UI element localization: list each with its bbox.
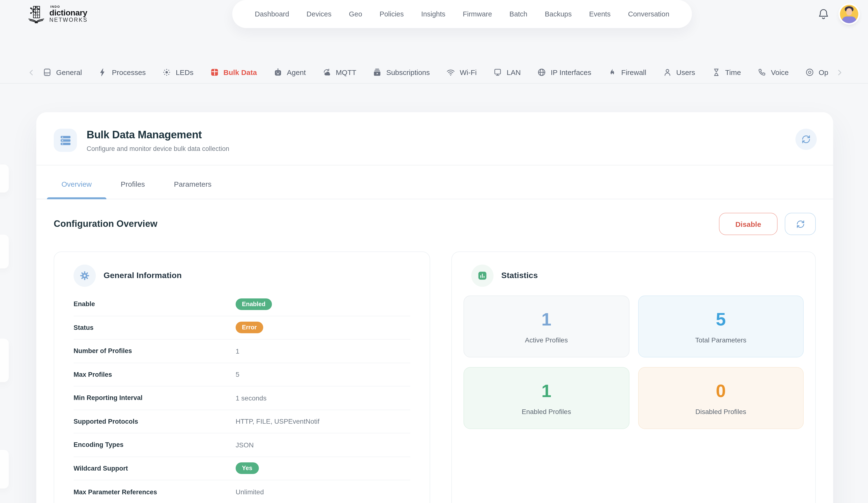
statistics-panel: Statistics 1 Active Profiles 5 Total Par… — [452, 251, 816, 503]
stat-box-enabled-profiles: 1 Enabled Profiles — [464, 367, 629, 429]
info-row-label: Max Profiles — [74, 371, 236, 378]
info-row-value: Enabled — [236, 298, 272, 310]
tab-leds[interactable]: LEDs — [162, 61, 193, 83]
brand-logo[interactable]: INDO dictionary NETWORKS — [27, 3, 88, 25]
topnav-item-geo[interactable]: Geo — [349, 10, 362, 18]
chevron-right-icon[interactable] — [835, 68, 844, 77]
subtab-overview[interactable]: Overview — [47, 165, 106, 199]
gear-icon — [74, 264, 96, 287]
status-badge: Yes — [236, 463, 259, 474]
tab-users[interactable]: Users — [663, 61, 695, 83]
status-badge: Enabled — [236, 298, 272, 310]
brand-line-indo: INDO — [50, 5, 88, 8]
notifications-bell-icon[interactable] — [818, 8, 829, 20]
info-row-label: Number of Profiles — [74, 347, 236, 355]
bolt-icon — [99, 68, 108, 77]
topnav-item-insights[interactable]: Insights — [421, 10, 445, 18]
hourglass-icon — [712, 68, 721, 77]
tab-time[interactable]: Time — [712, 61, 741, 83]
info-row: Max Parameter References Unlimited — [74, 480, 410, 503]
app-viewport: INDO dictionary NETWORKS DashboardDevice… — [0, 0, 868, 503]
cloud-sync-icon — [322, 68, 331, 77]
logo-book-network-icon — [27, 3, 46, 25]
tab-general[interactable]: General — [43, 61, 82, 83]
device-icon — [43, 68, 52, 77]
section-head: Configuration Overview Disable — [36, 199, 833, 235]
flame-icon — [608, 68, 617, 77]
tab-subscriptions[interactable]: Subscriptions — [373, 61, 430, 83]
tab-processes[interactable]: Processes — [99, 61, 146, 83]
stat-label: Total Parameters — [695, 336, 746, 344]
info-row: Status Error — [74, 316, 410, 339]
panels: General Information Enable Enabled Statu… — [36, 235, 833, 503]
stat-label: Enabled Profiles — [522, 408, 571, 415]
statistics-title: Statistics — [501, 271, 538, 281]
info-row: Encoding Types JSON — [74, 433, 410, 457]
refresh-icon — [801, 135, 811, 144]
topnav-item-devices[interactable]: Devices — [307, 10, 331, 18]
brand-line-dictionary: dictionary — [49, 9, 88, 17]
info-row-value: 1 — [236, 347, 239, 355]
topnav-item-firmware[interactable]: Firmware — [463, 10, 492, 18]
chevron-left-icon[interactable] — [27, 68, 36, 77]
card-refresh-button[interactable] — [795, 129, 817, 150]
topnav-item-policies[interactable]: Policies — [380, 10, 404, 18]
info-row: Wildcard Support Yes — [74, 457, 410, 480]
stat-box-active-profiles: 1 Active Profiles — [464, 295, 629, 357]
disable-button[interactable]: Disable — [719, 213, 777, 235]
stat-value: 0 — [716, 381, 726, 401]
edge-decoration — [0, 450, 9, 489]
general-information-title: General Information — [104, 271, 182, 281]
edge-decoration — [0, 338, 9, 382]
info-row: Number of Profiles 1 — [74, 339, 410, 363]
topnav-item-conversation[interactable]: Conversation — [628, 10, 669, 18]
subtabs: OverviewProfilesParameters — [36, 165, 833, 199]
topnav-item-events[interactable]: Events — [589, 10, 611, 18]
section-refresh-button[interactable] — [785, 213, 816, 235]
info-row-label: Max Parameter References — [74, 489, 236, 496]
section-title: Configuration Overview — [54, 219, 157, 229]
phone-icon — [757, 68, 767, 77]
tab-wi-fi[interactable]: Wi-Fi — [446, 61, 477, 83]
wifi-icon — [446, 68, 456, 77]
page-subtitle: Configure and monitor device bulk data c… — [86, 145, 229, 153]
tab-mqtt[interactable]: MQTT — [322, 61, 356, 83]
tab-voice[interactable]: Voice — [757, 61, 789, 83]
user-icon — [663, 68, 672, 77]
tab-lan[interactable]: LAN — [493, 61, 520, 83]
tab-ip-interfaces[interactable]: IP Interfaces — [537, 61, 591, 83]
topbar-right — [818, 0, 858, 28]
general-information-table: Enable Enabled Status Error Number of Pr… — [74, 293, 410, 503]
info-row: Min Reporting Interval 1 seconds — [74, 386, 410, 410]
info-row-value: 1 seconds — [236, 394, 267, 402]
monitor-icon — [493, 68, 502, 77]
tab-bulk-data[interactable]: Bulk Data — [210, 61, 257, 83]
tab-op[interactable]: Op — [805, 61, 828, 83]
user-avatar[interactable] — [840, 5, 858, 23]
bulk-data-card: Bulk Data Management Configure and monit… — [36, 112, 833, 503]
info-row-value: HTTP, FILE, USPEventNotif — [236, 418, 320, 426]
stat-label: Active Profiles — [525, 336, 568, 344]
tab-firewall[interactable]: Firewall — [608, 61, 646, 83]
topnav-item-backups[interactable]: Backups — [545, 10, 572, 18]
topbar: INDO dictionary NETWORKS DashboardDevice… — [0, 0, 868, 28]
globe-icon — [537, 68, 546, 77]
refresh-icon — [796, 219, 805, 229]
info-row-label: Enable — [74, 301, 236, 308]
info-row: Max Profiles 5 — [74, 363, 410, 386]
topnav-item-dashboard[interactable]: Dashboard — [255, 10, 289, 18]
subtab-profiles[interactable]: Profiles — [106, 165, 159, 199]
stat-label: Disabled Profiles — [695, 408, 746, 415]
subscriptions-icon — [373, 68, 382, 77]
info-row-value: Error — [236, 322, 263, 334]
stat-box-disabled-profiles: 0 Disabled Profiles — [638, 367, 804, 429]
info-row-label: Status — [74, 324, 236, 331]
topnav: DashboardDevicesGeoPoliciesInsightsFirmw… — [232, 0, 692, 28]
tab-agent[interactable]: Agent — [273, 61, 306, 83]
subtab-parameters[interactable]: Parameters — [159, 165, 226, 199]
info-row-label: Encoding Types — [74, 441, 236, 449]
edge-decoration — [0, 234, 9, 269]
topnav-item-batch[interactable]: Batch — [509, 10, 527, 18]
info-row: Enable Enabled — [74, 293, 410, 316]
stat-box-total-parameters: 5 Total Parameters — [638, 295, 804, 357]
